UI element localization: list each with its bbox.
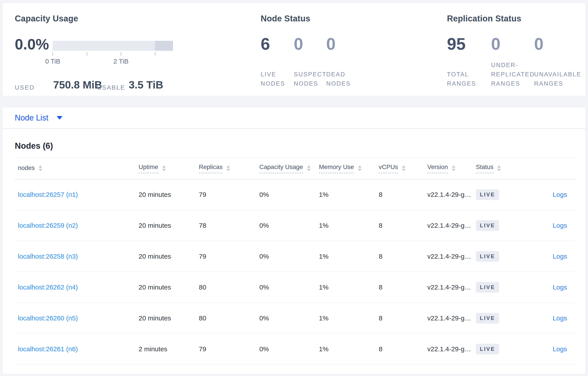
stat-value: 0 bbox=[294, 36, 324, 52]
node-list-dropdown-label[interactable]: Node List bbox=[15, 113, 48, 123]
version-cell: v22.1.4-29-g… bbox=[424, 303, 473, 334]
status-badge: LIVE bbox=[476, 189, 499, 200]
uptime-cell: 20 minutes bbox=[136, 272, 196, 303]
logs-link[interactable]: Logs bbox=[553, 314, 567, 322]
replicas-cell: 80 bbox=[196, 303, 256, 334]
logs-link[interactable]: Logs bbox=[553, 345, 567, 353]
node-link[interactable]: localhost:26262 (n4) bbox=[18, 283, 78, 291]
vcpus-cell: 8 bbox=[376, 272, 424, 303]
capacity-percent-value: 0.0% bbox=[15, 36, 49, 53]
logs-link[interactable]: Logs bbox=[553, 283, 567, 291]
node-link[interactable]: localhost:26259 (n2) bbox=[18, 222, 78, 229]
column-header-version[interactable]: Version bbox=[427, 164, 455, 173]
column-header-label[interactable]: Version bbox=[427, 164, 448, 173]
replicas-cell: 79 bbox=[196, 334, 256, 365]
sort-arrows-icon[interactable] bbox=[402, 165, 405, 171]
sort-arrows-icon[interactable] bbox=[39, 165, 42, 171]
table-cell: Logs bbox=[546, 179, 575, 210]
logs-link[interactable]: Logs bbox=[553, 253, 567, 260]
stat-label: UNDER-REPLICATED RANGES bbox=[491, 61, 535, 88]
sort-arrows-icon[interactable] bbox=[307, 165, 311, 171]
sort-arrows-icon[interactable] bbox=[226, 165, 230, 171]
capacity-axis-tick bbox=[52, 52, 53, 56]
node-list-dropdown[interactable]: Node List bbox=[15, 107, 63, 128]
memory-use-cell: 1% bbox=[316, 241, 376, 272]
sort-arrows-icon[interactable] bbox=[162, 165, 166, 171]
stat-column: 95TOTAL RANGES bbox=[447, 36, 480, 88]
nodes-table-card: Nodes (6) nodesUptimeReplicasCapacity Us… bbox=[2, 129, 586, 374]
replication-status-panel: Replication Status 95TOTAL RANGES0UNDER-… bbox=[447, 3, 584, 96]
memory-use-cell: 1% bbox=[316, 179, 376, 210]
table-cell: localhost:26260 (n5) bbox=[15, 303, 136, 334]
uptime-cell: 2 minutes bbox=[136, 334, 196, 365]
column-header-label[interactable]: Status bbox=[476, 164, 493, 173]
column-header-uptime[interactable]: Uptime bbox=[139, 164, 166, 173]
capacity-axis-tick-label: 0 TiB bbox=[45, 58, 60, 65]
sort-arrows-icon[interactable] bbox=[452, 165, 455, 171]
node-link[interactable]: localhost:26258 (n3) bbox=[18, 253, 78, 260]
status-badge: LIVE bbox=[476, 251, 499, 262]
column-header-label[interactable]: Memory Use bbox=[319, 164, 354, 173]
stat-value: 6 bbox=[261, 36, 289, 52]
capacity-axis-tick bbox=[87, 52, 87, 56]
capacity-usage-cell: 0% bbox=[256, 303, 316, 334]
table-cell: localhost:26259 (n2) bbox=[15, 210, 136, 241]
usable-value: 3.5 TiB bbox=[129, 79, 163, 91]
cluster-overview-page: { "summary": { "capacity": { "title": "C… bbox=[0, 0, 588, 376]
column-header-vcpus[interactable]: vCPUs bbox=[379, 164, 405, 173]
vcpus-cell: 8 bbox=[376, 241, 424, 272]
capacity-usage-title: Capacity Usage bbox=[15, 14, 78, 23]
table-cell: LIVE bbox=[473, 334, 546, 365]
node-status-title: Node Status bbox=[261, 14, 310, 23]
sort-arrows-icon[interactable] bbox=[358, 165, 362, 171]
table-cell: localhost:26257 (n1) bbox=[15, 179, 136, 210]
stat-column: 6LIVE NODES bbox=[261, 36, 289, 88]
capacity-axis-tick-label: 2 TiB bbox=[114, 58, 128, 65]
column-header-label[interactable]: nodes bbox=[18, 164, 35, 172]
table-cell: LIVE bbox=[473, 303, 546, 334]
capacity-bar-chart bbox=[52, 41, 173, 51]
node-link[interactable]: localhost:26261 (n6) bbox=[18, 345, 78, 353]
uptime-cell: 20 minutes bbox=[136, 179, 196, 210]
table-cell: Logs bbox=[546, 303, 575, 334]
memory-use-cell: 1% bbox=[316, 334, 376, 365]
node-link[interactable]: localhost:26260 (n5) bbox=[18, 314, 78, 322]
capacity-axis-tick bbox=[155, 52, 155, 56]
column-header-replicas[interactable]: Replicas bbox=[199, 164, 230, 173]
status-badge: LIVE bbox=[476, 344, 499, 354]
version-cell: v22.1.4-29-g… bbox=[424, 241, 473, 272]
vcpus-cell: 8 bbox=[376, 210, 424, 241]
vcpus-cell: 8 bbox=[376, 334, 424, 365]
table-row: localhost:26261 (n6)2 minutes790%1%8v22.… bbox=[15, 334, 575, 365]
column-header-label[interactable]: Capacity Usage bbox=[259, 164, 303, 173]
sort-arrows-icon[interactable] bbox=[497, 165, 501, 171]
capacity-bar-dark-segment bbox=[155, 41, 173, 51]
column-header-nodes[interactable]: nodes bbox=[18, 164, 42, 172]
cluster-summary-card: Capacity Usage 0.0% USED 750.8 MiB USABL… bbox=[2, 3, 586, 96]
version-cell: v22.1.4-29-g… bbox=[424, 210, 473, 241]
node-link[interactable]: localhost:26257 (n1) bbox=[18, 191, 78, 198]
uptime-cell: 20 minutes bbox=[136, 241, 196, 272]
table-row: localhost:26257 (n1)20 minutes790%1%8v22… bbox=[15, 179, 575, 210]
vcpus-cell: 8 bbox=[376, 179, 424, 210]
capacity-usage-cell: 0% bbox=[256, 210, 316, 241]
logs-link[interactable]: Logs bbox=[553, 222, 567, 229]
status-badge: LIVE bbox=[476, 313, 499, 324]
column-header-memory-use[interactable]: Memory Use bbox=[319, 164, 362, 173]
column-header-label[interactable]: Uptime bbox=[139, 164, 158, 173]
column-header-status[interactable]: Status bbox=[476, 164, 501, 173]
capacity-usage-cell: 0% bbox=[256, 241, 316, 272]
table-cell: LIVE bbox=[473, 272, 546, 303]
table-row: localhost:26260 (n5)20 minutes800%1%8v22… bbox=[15, 303, 575, 334]
node-list-dropdown-card: Node List bbox=[2, 107, 586, 129]
status-badge: LIVE bbox=[476, 220, 499, 231]
column-header-capacity-usage[interactable]: Capacity Usage bbox=[259, 164, 311, 173]
stat-value: 0 bbox=[491, 36, 535, 52]
table-cell: localhost:26258 (n3) bbox=[15, 241, 136, 272]
used-label: USED bbox=[15, 84, 35, 91]
logs-link[interactable]: Logs bbox=[553, 191, 567, 198]
column-header-label[interactable]: vCPUs bbox=[379, 164, 398, 173]
memory-use-cell: 1% bbox=[316, 303, 376, 334]
used-value: 750.8 MiB bbox=[53, 79, 102, 91]
column-header-label[interactable]: Replicas bbox=[199, 164, 222, 173]
